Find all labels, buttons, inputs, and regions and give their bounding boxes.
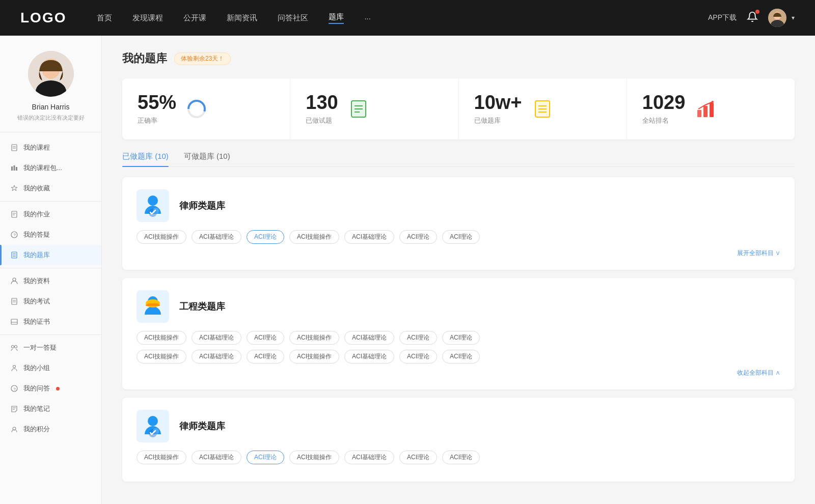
nav-home[interactable]: 首页 <box>97 13 112 23</box>
qbank-title-engineer: 工程类题库 <box>179 300 225 313</box>
tag[interactable]: ACI技能操作 <box>289 331 339 345</box>
tag[interactable]: ACI理论 <box>442 451 480 464</box>
qbank-header-lawyer-1: 律师类题库 <box>137 189 780 222</box>
tag[interactable]: ACI理论 <box>442 350 480 363</box>
expand-link-lawyer-1[interactable]: 展开全部科目 ∨ <box>137 249 780 258</box>
sidebar-item-1on1[interactable]: 一对一答疑 <box>0 338 101 358</box>
user-menu-chevron: ▾ <box>792 14 795 21</box>
favorites-icon <box>10 184 18 192</box>
nav-more[interactable]: ··· <box>364 14 371 22</box>
nav-qa[interactable]: 问答社区 <box>278 13 308 23</box>
header: LOGO 首页 发现课程 公开课 新闻资讯 问答社区 题库 ··· APP下载 <box>0 0 815 36</box>
tag[interactable]: ACI理论 <box>399 331 437 345</box>
profile-section: Brian Harris 错误的决定比没有决定要好 <box>0 51 101 132</box>
tag[interactable]: ACI理论 <box>442 230 480 244</box>
questions-icon: ? <box>10 384 18 393</box>
qbank-card-lawyer-1: 律师类题库 ACI技能操作 ACI基础理论 ACI理论 ACI技能操作 ACI基… <box>122 177 795 270</box>
main-content: 我的题库 体验剩余23天！ 55% 正确率 <box>102 36 815 504</box>
profile-motto: 错误的决定比没有决定要好 <box>10 114 91 122</box>
tab-done-banks[interactable]: 已做题库 (10) <box>122 152 169 166</box>
main-nav: 首页 发现课程 公开课 新闻资讯 问答社区 题库 ··· <box>97 12 708 24</box>
svg-point-29 <box>15 346 17 348</box>
tag[interactable]: ACI技能操作 <box>289 451 339 464</box>
sidebar-item-questions[interactable]: ? 我的问答 <box>0 378 101 399</box>
questions-label: 我的问答 <box>23 384 50 393</box>
tag[interactable]: ACI基础理论 <box>344 451 394 464</box>
tag[interactable]: ACI技能操作 <box>289 350 339 363</box>
svg-rect-10 <box>14 165 15 171</box>
sidebar-item-exam[interactable]: 我的考试 <box>0 291 101 312</box>
tag[interactable]: ACI基础理论 <box>192 350 241 363</box>
course-pack-label: 我的课程包... <box>23 163 62 173</box>
tag[interactable]: ACI技能操作 <box>137 350 186 363</box>
sidebar-item-my-qa[interactable]: ? 我的答疑 <box>0 225 101 245</box>
sidebar-item-course-pack[interactable]: 我的课程包... <box>0 158 101 178</box>
stat-rank-value: 1029 <box>642 93 686 112</box>
tag[interactable]: ACI技能操作 <box>137 230 186 244</box>
sidebar-item-points[interactable]: 我的积分 <box>0 419 101 439</box>
notification-bell[interactable] <box>747 11 758 24</box>
tag[interactable]: ACI技能操作 <box>137 331 186 345</box>
rank-icon <box>694 98 717 120</box>
tag[interactable]: ACI理论 <box>247 331 284 345</box>
sidebar-item-notes[interactable]: 我的笔记 <box>0 399 101 419</box>
tag[interactable]: ACI基础理论 <box>344 350 394 363</box>
sidebar-item-certificate[interactable]: 我的证书 <box>0 312 101 332</box>
tags-engineer-row2: ACI技能操作 ACI基础理论 ACI理论 ACI技能操作 ACI基础理论 AC… <box>137 350 780 363</box>
svg-rect-50 <box>703 106 708 117</box>
tag[interactable]: ACI技能操作 <box>137 451 186 464</box>
svg-point-38 <box>192 104 202 114</box>
profile-avatar <box>28 51 74 97</box>
points-icon <box>10 425 18 433</box>
tag[interactable]: ACI基础理论 <box>192 230 241 244</box>
nav-open-course[interactable]: 公开课 <box>183 13 206 23</box>
user-avatar-menu[interactable]: ▾ <box>768 9 795 27</box>
sidebar-item-my-course[interactable]: 我的课程 <box>0 137 101 158</box>
tag[interactable]: ACI基础理论 <box>344 230 394 244</box>
my-qa-icon: ? <box>10 231 18 239</box>
svg-rect-6 <box>12 145 17 151</box>
tag[interactable]: ACI理论 <box>247 350 284 363</box>
lawyer-icon-wrap-2 <box>137 410 169 442</box>
sidebar-item-homework[interactable]: 我的作业 <box>0 204 101 225</box>
tag-active[interactable]: ACI理论 <box>247 451 284 464</box>
app-download-button[interactable]: APP下载 <box>708 13 737 22</box>
tag[interactable]: ACI理论 <box>399 350 437 363</box>
tab-available-banks[interactable]: 可做题库 (10) <box>184 152 230 166</box>
tag[interactable]: ACI理论 <box>442 331 480 345</box>
qbank-card-engineer: 工程类题库 ACI技能操作 ACI基础理论 ACI理论 ACI技能操作 ACI基… <box>122 278 795 389</box>
tag[interactable]: ACI理论 <box>399 230 437 244</box>
svg-rect-23 <box>12 298 17 304</box>
sidebar-item-group[interactable]: 我的小组 <box>0 358 101 378</box>
svg-text:?: ? <box>14 387 16 391</box>
nav-qbank[interactable]: 题库 <box>329 12 344 24</box>
sidebar-menu: 我的课程 我的课程包... 我的收藏 我的作业 <box>0 137 101 439</box>
trial-badge: 体验剩余23天！ <box>174 52 231 65</box>
collapse-link-engineer[interactable]: 收起全部科目 ∧ <box>137 369 780 377</box>
tag-active[interactable]: ACI理论 <box>247 230 284 244</box>
divider-3 <box>0 334 101 335</box>
nav-discover[interactable]: 发现课程 <box>132 13 163 23</box>
stats-row: 55% 正确率 130 已做试题 <box>122 78 795 139</box>
sidebar-item-profile[interactable]: 我的资料 <box>0 271 101 291</box>
homework-label: 我的作业 <box>23 210 50 219</box>
questions-red-dot <box>56 387 60 390</box>
logo[interactable]: LOGO <box>20 10 66 26</box>
tag[interactable]: ACI基础理论 <box>192 451 241 464</box>
qbank-header-lawyer-2: 律师类题库 <box>137 410 780 442</box>
tag[interactable]: ACI技能操作 <box>289 230 339 244</box>
course-pack-icon <box>10 164 18 172</box>
profile-name: Brian Harris <box>10 103 91 111</box>
favorites-label: 我的收藏 <box>23 184 50 193</box>
svg-point-30 <box>13 366 16 368</box>
stat-done-label: 已做试题 <box>306 116 338 125</box>
tag[interactable]: ACI基础理论 <box>192 331 241 345</box>
tag[interactable]: ACI理论 <box>399 451 437 464</box>
tags-engineer-row1: ACI技能操作 ACI基础理论 ACI理论 ACI技能操作 ACI基础理论 AC… <box>137 331 780 345</box>
sidebar-item-qbank[interactable]: 我的题库 <box>0 245 101 265</box>
sidebar-item-favorites[interactable]: 我的收藏 <box>0 178 101 199</box>
tag[interactable]: ACI基础理论 <box>344 331 394 345</box>
svg-point-22 <box>13 278 16 281</box>
stat-banks-label: 已做题库 <box>474 116 522 125</box>
nav-news[interactable]: 新闻资讯 <box>227 13 257 23</box>
